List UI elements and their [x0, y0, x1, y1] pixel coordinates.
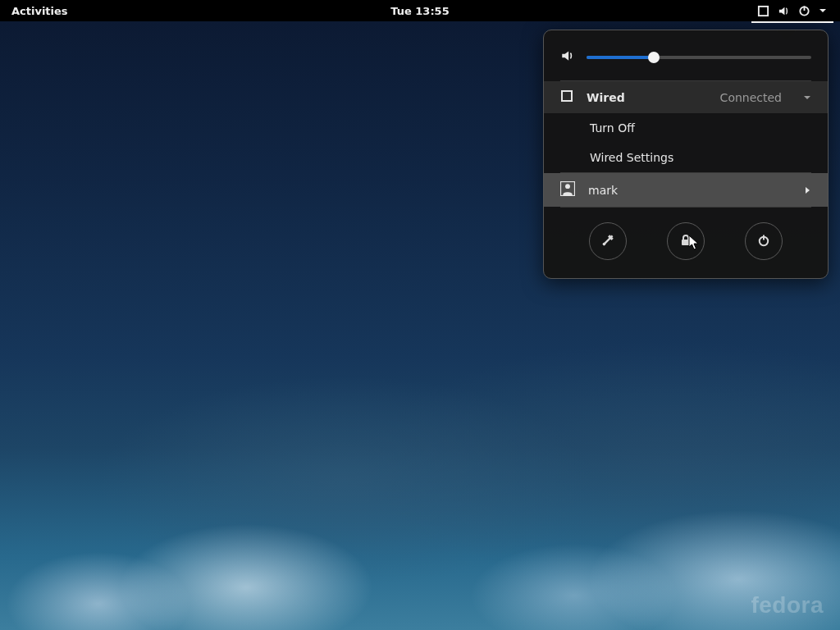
- power-icon: [757, 234, 770, 249]
- network-icon: [560, 89, 573, 105]
- power-button[interactable]: [745, 222, 783, 260]
- clock-button[interactable]: Tue 13:55: [390, 5, 449, 17]
- svg-point-5: [565, 184, 570, 189]
- volume-icon: [778, 5, 790, 17]
- user-icon: [560, 181, 575, 199]
- svg-rect-7: [682, 240, 690, 245]
- svg-point-6: [602, 242, 605, 245]
- settings-icon: [600, 233, 615, 250]
- lock-icon: [679, 234, 692, 249]
- svg-rect-0: [759, 6, 768, 15]
- chevron-down-icon: [819, 7, 827, 15]
- network-turn-off[interactable]: Turn Off: [544, 113, 828, 143]
- network-wired-settings[interactable]: Wired Settings: [544, 143, 828, 172]
- top-bar: Activities Tue 13:55: [0, 0, 840, 21]
- user-name-label: mark: [588, 184, 618, 197]
- user-row[interactable]: mark: [544, 173, 828, 207]
- volume-slider[interactable]: [587, 56, 811, 59]
- volume-row: [544, 30, 828, 80]
- action-button-row: [544, 208, 828, 278]
- network-label: Wired: [587, 91, 625, 104]
- menu-item-label: Turn Off: [590, 121, 635, 135]
- chevron-right-icon: [805, 184, 811, 197]
- power-icon: [798, 5, 810, 17]
- speaker-icon: [560, 48, 575, 66]
- chevron-down-icon: [803, 91, 811, 104]
- network-status: Connected: [720, 91, 782, 104]
- lock-button[interactable]: [667, 222, 705, 260]
- activities-button[interactable]: Activities: [0, 5, 80, 17]
- menu-item-label: Wired Settings: [590, 151, 673, 164]
- settings-button[interactable]: [589, 222, 627, 260]
- network-header-row[interactable]: Wired Connected: [544, 81, 828, 113]
- system-status-area[interactable]: [752, 0, 832, 21]
- system-menu-popover: Wired Connected Turn Off Wired Settings …: [543, 30, 829, 279]
- distro-wordmark: fedora: [751, 592, 824, 619]
- tray-active-indicator: [751, 21, 833, 23]
- svg-rect-2: [804, 6, 806, 11]
- network-icon: [757, 5, 769, 17]
- svg-rect-3: [562, 91, 572, 101]
- svg-rect-9: [763, 235, 765, 240]
